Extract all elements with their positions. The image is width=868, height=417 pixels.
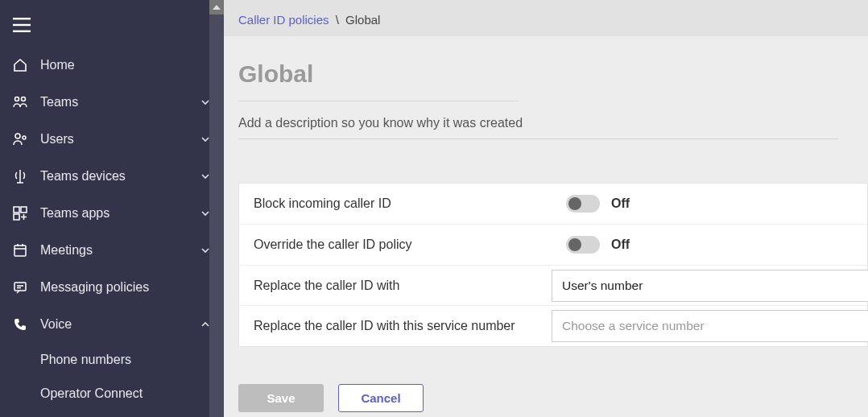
- sidebar-subitem-operator-connect[interactable]: Operator Connect: [0, 377, 224, 411]
- sidebar-item-teams-apps[interactable]: Teams apps: [0, 195, 224, 232]
- setting-label: Replace the caller ID with this service …: [254, 319, 566, 333]
- page-title: Global: [238, 60, 519, 101]
- sidebar-item-label: Teams apps: [40, 206, 200, 221]
- replace-caller-id-select[interactable]: User's number: [552, 270, 868, 302]
- content-area: Global Block incoming caller ID Off Over…: [224, 36, 868, 417]
- select-value: User's number: [562, 279, 643, 292]
- service-number-select[interactable]: Choose a service number: [552, 310, 868, 342]
- chevron-up-icon: [200, 319, 211, 330]
- chevron-down-icon: [200, 171, 211, 182]
- sidebar-item-users[interactable]: Users: [0, 121, 224, 158]
- chevron-down-icon: [200, 245, 211, 256]
- apps-icon: [11, 204, 29, 222]
- breadcrumb: Caller ID policies \ Global: [224, 0, 868, 36]
- devices-icon: [11, 167, 29, 185]
- setting-label: Override the caller ID policy: [254, 237, 566, 252]
- teams-icon: [11, 93, 29, 111]
- main-content: Caller ID policies \ Global Global Block…: [224, 0, 868, 417]
- breadcrumb-separator: \: [336, 13, 339, 27]
- scroll-up-button[interactable]: [209, 0, 224, 14]
- sidebar-item-label: Meetings: [40, 243, 200, 258]
- select-placeholder: Choose a service number: [562, 319, 705, 332]
- toggle-state: Off: [611, 237, 630, 252]
- sidebar-item-teams-devices[interactable]: Teams devices: [0, 158, 224, 195]
- chevron-down-icon: [200, 134, 211, 145]
- sidebar-item-teams[interactable]: Teams: [0, 84, 224, 121]
- svg-point-5: [15, 134, 20, 138]
- hamburger-menu[interactable]: [0, 8, 224, 47]
- breadcrumb-parent-link[interactable]: Caller ID policies: [238, 13, 329, 27]
- chevron-down-icon: [200, 97, 211, 108]
- svg-rect-11: [14, 283, 26, 291]
- svg-point-6: [23, 136, 26, 139]
- setting-service-number: Replace the caller ID with this service …: [239, 306, 867, 346]
- svg-rect-0: [13, 18, 31, 19]
- sidebar-item-label: Teams: [40, 95, 200, 109]
- svg-rect-8: [21, 207, 27, 213]
- setting-label: Block incoming caller ID: [254, 196, 566, 211]
- sidebar-subitem-label: Operator Connect: [40, 386, 143, 400]
- message-icon: [11, 279, 29, 296]
- block-incoming-toggle[interactable]: [566, 195, 600, 213]
- sidebar-item-label: Messaging policies: [40, 280, 211, 295]
- svg-rect-10: [14, 246, 26, 256]
- svg-rect-7: [14, 207, 19, 213]
- settings-card: Block incoming caller ID Off Override th…: [238, 183, 868, 347]
- breadcrumb-current: Global: [345, 13, 380, 27]
- svg-rect-2: [13, 31, 31, 32]
- setting-block-incoming: Block incoming caller ID Off: [239, 184, 867, 225]
- sidebar-item-label: Teams devices: [40, 169, 200, 184]
- action-buttons: Save Cancel: [238, 384, 868, 412]
- scrollbar-track[interactable]: [209, 0, 224, 417]
- cancel-button[interactable]: Cancel: [338, 384, 424, 412]
- sidebar-item-home[interactable]: Home: [0, 47, 224, 84]
- sidebar-item-voice[interactable]: Voice: [0, 306, 224, 343]
- sidebar-subitem-label: Phone numbers: [40, 353, 131, 366]
- toggle-state: Off: [611, 196, 630, 211]
- calendar-icon: [11, 242, 29, 259]
- svg-rect-1: [13, 24, 31, 26]
- sidebar-item-meetings[interactable]: Meetings: [0, 232, 224, 269]
- save-button[interactable]: Save: [238, 384, 324, 412]
- override-policy-toggle[interactable]: [566, 236, 600, 254]
- sidebar-item-messaging-policies[interactable]: Messaging policies: [0, 269, 224, 306]
- sidebar-item-label: Users: [40, 132, 200, 147]
- chevron-down-icon: [200, 208, 211, 219]
- setting-override-policy: Override the caller ID policy Off: [239, 225, 867, 266]
- users-icon: [11, 130, 29, 148]
- svg-point-3: [15, 97, 19, 101]
- phone-icon: [11, 316, 29, 333]
- home-icon: [11, 56, 29, 74]
- description-input[interactable]: [238, 111, 838, 139]
- sidebar: Home Teams Users Teams devices Teams: [0, 0, 224, 417]
- svg-rect-9: [14, 214, 19, 220]
- setting-replace-caller-id: Replace the caller ID with User's number: [239, 266, 867, 306]
- sidebar-item-label: Home: [40, 58, 211, 72]
- svg-point-4: [22, 97, 26, 101]
- setting-label: Replace the caller ID with: [254, 279, 566, 293]
- sidebar-subitem-phone-numbers[interactable]: Phone numbers: [0, 343, 224, 377]
- sidebar-item-label: Voice: [40, 317, 200, 332]
